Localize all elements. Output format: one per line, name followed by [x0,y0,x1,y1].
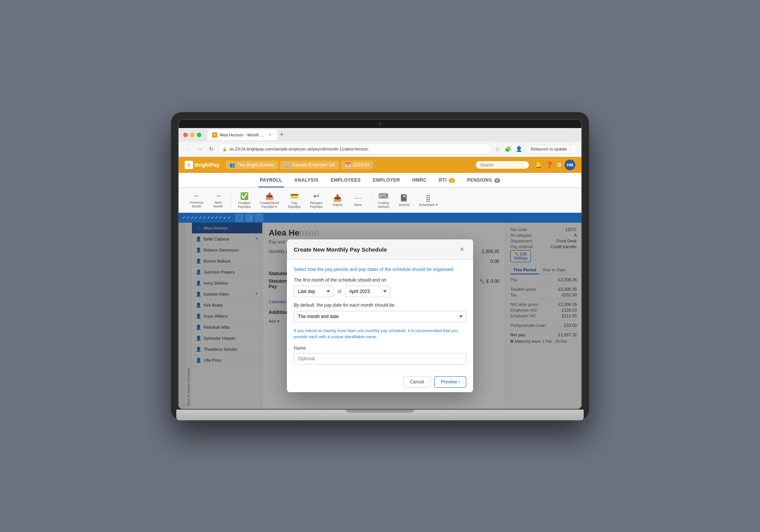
toolbar-journal[interactable]: 📓 Journal [394,192,413,208]
more-icon: ⋯ [355,194,361,202]
settings-button[interactable]: ⚙ [556,161,562,168]
bureau-icon: 👥 [230,162,235,168]
schedules-label: Schedules ▾ [419,203,438,207]
tab-payroll[interactable]: PAYROLL [258,174,284,187]
secure-icon: 🔒 [222,147,227,151]
breadcrumb-year[interactable]: 📅 2023/24 [341,161,373,169]
help-button[interactable]: ❓ [546,161,553,168]
relaunch-label: Relaunch to update [531,147,567,151]
toolbar-finalise-payslips[interactable]: ✅ FinalisePayslips [234,190,255,210]
main-content: ‹ Back to Period Summary 👤 Alea Henson 👤… [179,223,581,409]
tab-pensions[interactable]: PENSIONS 0 [466,174,502,187]
brightpay-logo: b BrightPay [185,161,220,169]
breadcrumb-bureau[interactable]: 👥 The Bright Bureau [226,161,278,169]
toolbar-create-send-payslips[interactable]: 📤 Create/SendPayslips ▾ [256,190,283,210]
extensions-button[interactable]: 🧩 [503,144,513,154]
laptop-base [176,410,584,420]
modal-body: Select how the pay periods and pay dates… [287,260,473,371]
end-day-select[interactable]: Last day First day Specific day [294,286,334,297]
pay-date-label: By default, the pay date for each month … [294,302,466,308]
cancel-button[interactable]: Cancel [404,376,431,388]
import-label: Import [332,203,342,207]
period-icon-3[interactable]: 👤 [255,214,263,222]
app-toolbar: ← PreviousMonth → NextMonth ✅ FinalisePa… [179,188,581,213]
address-bar[interactable]: 🔒 uk-23-24.brightpay.com/sample-employer… [218,144,491,154]
app: b BrightPay 👥 The Bright Bureau 🏢 Sample… [179,157,581,409]
end-date-row: Last day First day Specific day of April… [294,286,466,297]
toolbar-pay-payslips[interactable]: 💳 PayPayslips [284,190,305,210]
user-avatar[interactable]: HM [565,160,575,170]
toolbar-reopen-payslips[interactable]: ↩ ReopenPayslips [306,190,327,210]
employer-icon: 🏢 [284,162,290,168]
name-field-label: Name [294,345,466,351]
month-year-select[interactable]: April 2023 May 2023 March 2023 February … [345,286,390,297]
tab-employees[interactable]: EMPLOYEES [329,174,362,187]
toolbar-next-month[interactable]: → NextMonth [209,190,228,210]
tab-rti[interactable]: RTI 3 [437,174,456,187]
refresh-button[interactable]: ↻ [207,144,216,154]
window-controls: ⋮ [573,132,577,137]
year-text: 2023/24 [353,162,369,168]
laptop-base-notch [346,410,414,413]
browser-tab-active[interactable]: b Alea Henson - Month 11 (End... × [207,130,277,140]
back-button[interactable]: ← [182,144,192,154]
toolbar-more[interactable]: ⋯ More [348,192,367,208]
relaunch-menu-icon: ⋮ [568,147,573,152]
create-send-label: Create/SendPayslips ▾ [260,201,279,209]
laptop-shell: b Alea Henson - Month 11 (End... × + ⋮ ←… [171,112,589,420]
browser-toolbar-actions: ☆ 🧩 👤 [494,144,524,154]
browser: b Alea Henson - Month 11 (End... × + ⋮ ←… [179,128,581,409]
toolbar-divider-1 [231,195,231,206]
pay-icon: 💳 [290,192,299,200]
app-header: b BrightPay 👥 The Bright Bureau 🏢 Sample… [179,157,581,173]
modal-footer: Cancel Preview › [287,371,473,392]
tab-bar: b Alea Henson - Month 11 (End... × + [207,130,570,140]
tab-hmrc[interactable]: HMRC [411,174,428,187]
tab-analysis[interactable]: ANALYSIS [293,174,320,187]
preview-button[interactable]: Preview › [434,376,466,388]
forward-button[interactable]: → [195,144,204,154]
of-label: of [337,289,341,294]
search-input[interactable] [476,161,529,169]
pensions-badge: 0 [494,178,500,183]
schedule-name-input[interactable] [294,353,466,364]
pay-label: PayPayslips [288,201,301,209]
schedules-icon: ⣿ [426,194,431,202]
tab-employer[interactable]: EMPLOYER [371,174,401,187]
journal-icon: 📓 [400,194,408,202]
toolbar-import[interactable]: 📥 Import [328,192,347,208]
more-label: More [354,203,362,207]
employer-name: Sample Employer UK [292,162,336,168]
minimize-window-button[interactable] [190,133,195,137]
profile-button[interactable]: 👤 [514,144,524,154]
bookmark-button[interactable]: ☆ [494,144,502,154]
tab-close-button[interactable]: × [268,132,273,138]
toolbar-previous-month[interactable]: ← PreviousMonth [186,190,207,210]
address-text: uk-23-24.brightpay.com/sample-employer-u… [229,147,368,151]
coding-notices-icon: ⌨ [378,192,388,200]
browser-titlebar: b Alea Henson - Month 11 (End... × + ⋮ [179,128,581,142]
period-icon-2[interactable]: 👥 [245,214,253,222]
screen-bezel: b Alea Henson - Month 11 (End... × + ⋮ ←… [178,119,582,410]
modal-header: Create New Monthly Pay Schedule × [287,239,473,260]
toolbar-coding-notices[interactable]: ⌨ CodingNotices [374,190,393,210]
next-month-icon: → [215,192,222,200]
app-nav: PAYROLL ANALYSIS EMPLOYEES EMPLOYER HMRC… [179,173,581,188]
breadcrumb-employer[interactable]: 🏢 Sample Employer UK [280,161,339,169]
relaunch-update-button[interactable]: Relaunch to update ⋮ [526,145,578,154]
toolbar-divider-2 [370,195,371,206]
notifications-button[interactable]: 🔔 [535,161,543,168]
new-tab-button[interactable]: + [277,131,286,139]
modal-close-button[interactable]: × [458,245,466,254]
modal-title: Create New Monthly Pay Schedule [294,246,387,253]
close-window-button[interactable] [183,133,188,137]
modal-overlay: Create New Monthly Pay Schedule × Select… [179,223,581,409]
pay-date-select[interactable]: The month end date A specific date The l… [294,311,466,322]
toolbar-schedules[interactable]: ⣿ Schedules ▾ [415,192,442,208]
period-icon-1[interactable]: 👤 [235,214,244,222]
traffic-lights [183,133,201,137]
maximize-window-button[interactable] [197,133,201,137]
logo-text: BrightPay [195,162,220,168]
import-icon: 📥 [333,194,342,202]
bp-logo-icon: b [185,161,193,169]
